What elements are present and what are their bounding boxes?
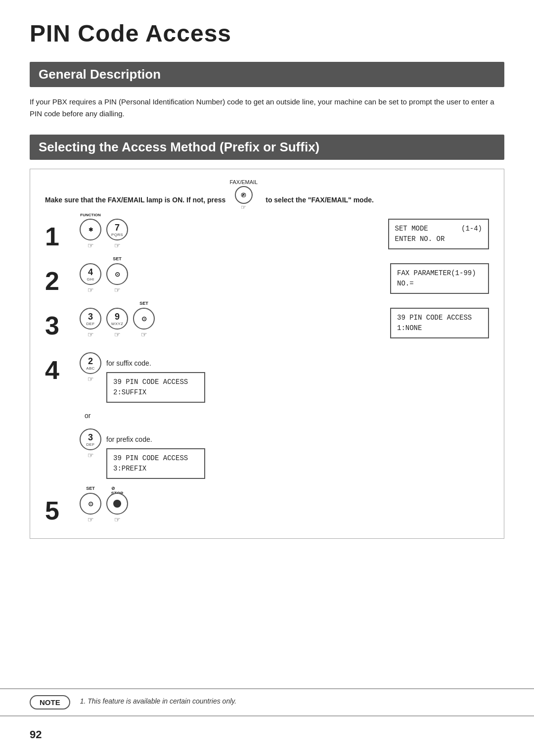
key-2-circle: 2 ABC — [80, 352, 101, 374]
key-4-circle: 4 GHI — [80, 263, 101, 285]
stop-key-circle — [106, 493, 128, 515]
key-9-circle: 9 WXYZ — [106, 308, 128, 330]
step-4-option-a: 2 ABC ☞ for suffix code. 39 PIN CODE ACC… — [80, 352, 205, 403]
key-3-hand: ☞ — [88, 331, 94, 338]
fax-email-button-icon: ✆ ✉ — [235, 186, 253, 204]
function-key-circle: FUNCTION ✱ — [80, 219, 101, 240]
key-3-b-sublabel: DEF — [87, 443, 95, 447]
steps-container: Make sure that the FAX/EMAIL lamp is ON.… — [30, 169, 504, 539]
step-4-option-a-text: for suffix code. — [106, 359, 205, 367]
key-4: 4 GHI ☞ — [80, 263, 101, 294]
step-3-lcd-line1: 39 PIN CODE ACCESS — [397, 313, 482, 323]
key-3-b-circle: 3 DEF — [80, 428, 101, 450]
fax-button-with-label: FAX/EMAIL ✆ ✉ ☞ — [229, 179, 258, 204]
step-3-lcd-line2: 1:NONE — [397, 323, 482, 333]
key-3-b-hand: ☞ — [88, 451, 94, 459]
step-4-content: 2 ABC ☞ for suffix code. 39 PIN CODE ACC… — [80, 352, 489, 479]
note-badge: NOTE — [30, 695, 70, 709]
step-4-lcd-a: 39 PIN CODE ACCESS 2:SUFFIX — [106, 372, 205, 403]
step-4-lcd-a-line1: 39 PIN CODE ACCESS — [113, 377, 198, 387]
key-7-hand: ☞ — [114, 241, 121, 249]
key-3-circle: 3 DEF — [80, 308, 101, 330]
step-2-number: 2 — [45, 268, 80, 294]
set-key-3: SET ⊙ ☞ — [133, 308, 155, 338]
step-1-number: 1 — [45, 224, 80, 249]
note-text: 1. This feature is available in certain … — [80, 695, 236, 705]
step-4-options: 2 ABC ☞ for suffix code. 39 PIN CODE ACC… — [80, 352, 205, 479]
step-1-lcd-line1: SET MODE (1-4) — [395, 224, 482, 234]
step-4-or: or — [85, 412, 205, 420]
key-2-sublabel: ABC — [86, 367, 94, 371]
key-3-sublabel: DEF — [87, 322, 95, 326]
step-3-lcd: 39 PIN CODE ACCESS 1:NONE — [390, 308, 489, 338]
step-2-lcd-line2: NO.= — [397, 279, 482, 289]
step-2-lcd: FAX PARAMETER(1-99) NO.= — [390, 263, 489, 294]
set-key-2-hand: ☞ — [114, 286, 121, 294]
step-2-buttons: 4 GHI ☞ SET ⊙ ☞ — [80, 263, 178, 294]
step-1-lcd: SET MODE (1-4) ENTER NO. OR — [388, 219, 489, 249]
key-3-b: 3 DEF ☞ — [80, 428, 101, 459]
step-1-display: SET MODE (1-4) ENTER NO. OR — [188, 219, 489, 249]
step-4-row: 4 2 ABC ☞ for suffix code. — [45, 352, 489, 479]
step-3-content: 3 DEF ☞ 9 WXYZ ☞ — [80, 308, 489, 338]
step-4-lcd-a-box: 39 PIN CODE ACCESS 2:SUFFIX — [106, 372, 205, 403]
step-1-lcd-line2: ENTER NO. OR — [395, 234, 482, 244]
set-key-2-circle: ⊙ — [106, 263, 128, 285]
fax-instruction-end: to select the "FAX/EMAIL" mode. — [266, 196, 374, 204]
note-bar: NOTE 1. This feature is available in cer… — [0, 688, 534, 716]
stop-key: ⊘ STOP ☞ — [106, 493, 128, 523]
step-2-lcd-line1: FAX PARAMETER(1-99) — [397, 268, 482, 279]
set-label-2: SET — [113, 256, 122, 261]
step-1-content: FUNCTION ✱ ☞ 7 PQRS ☞ — [80, 219, 489, 249]
key-4-hand: ☞ — [88, 286, 94, 294]
step-5-content: SET ⊙ ☞ ⊘ STOP ☞ — [80, 493, 489, 523]
fax-email-label: FAX/EMAIL — [229, 179, 258, 185]
set-key-5-circle: ⊙ — [80, 493, 101, 515]
general-description-header: General Description — [30, 62, 504, 87]
fax-instruction: Make sure that the FAX/EMAIL lamp is ON.… — [45, 179, 489, 204]
set-key-3-hand: ☞ — [141, 331, 147, 338]
key-4-sublabel: GHI — [87, 278, 94, 282]
key-7-sublabel: PQRS — [111, 233, 123, 237]
step-1-row: 1 FUNCTION ✱ ☞ 7 PQRS — [45, 219, 489, 249]
key-3: 3 DEF ☞ — [80, 308, 101, 338]
step-4-number: 4 — [45, 357, 80, 383]
step-5-number: 5 — [45, 498, 80, 523]
selecting-section-header: Selecting the Access Method (Prefix or S… — [30, 135, 504, 160]
function-key-hand: ☞ — [88, 241, 94, 249]
step-4-lcd-a-line2: 2:SUFFIX — [113, 387, 198, 398]
key-9-sublabel: WXYZ — [111, 322, 123, 326]
set-key-3-circle: ⊙ — [133, 308, 155, 330]
set-label-3: SET — [139, 301, 148, 306]
key-7: 7 PQRS ☞ — [106, 219, 128, 249]
step-3-display: 39 PIN CODE ACCESS 1:NONE — [188, 308, 489, 338]
step-3-row: 3 3 DEF ☞ 9 WXYZ — [45, 308, 489, 338]
key-2: 2 ABC ☞ — [80, 352, 101, 383]
key-9: 9 WXYZ ☞ — [106, 308, 128, 338]
step-5-row: 5 SET ⊙ ☞ ⊘ STOP — [45, 493, 489, 523]
key-9-hand: ☞ — [114, 331, 121, 338]
set-label-5: SET — [86, 486, 95, 491]
stop-key-hand: ☞ — [114, 516, 121, 523]
step-4-option-b-text: for prefix code. — [106, 435, 205, 443]
step-3-buttons: 3 DEF ☞ 9 WXYZ ☞ — [80, 308, 178, 338]
step-4-option-b: 3 DEF ☞ for prefix code. 39 PIN CODE ACC… — [80, 428, 205, 479]
step-4-lcd-b: 39 PIN CODE ACCESS 3:PREFIX — [106, 448, 205, 479]
set-key-5: SET ⊙ ☞ — [80, 493, 101, 523]
step-2-row: 2 4 GHI ☞ SET ⊙ — [45, 263, 489, 294]
step-2-content: 4 GHI ☞ SET ⊙ ☞ — [80, 263, 489, 294]
key-2-hand: ☞ — [88, 375, 94, 383]
key-7-circle: 7 PQRS — [106, 219, 128, 240]
stop-inner — [113, 500, 121, 508]
fax-instruction-text: Make sure that the FAX/EMAIL lamp is ON.… — [45, 196, 225, 204]
step-4-lcd-b-line1: 39 PIN CODE ACCESS — [113, 453, 198, 464]
function-key: FUNCTION ✱ ☞ — [80, 219, 101, 249]
step-3-number: 3 — [45, 313, 80, 338]
step-5-buttons: SET ⊙ ☞ ⊘ STOP ☞ — [80, 493, 178, 523]
set-key-2: SET ⊙ ☞ — [106, 263, 128, 294]
step-1-buttons: FUNCTION ✱ ☞ 7 PQRS ☞ — [80, 219, 178, 249]
step-4-lcd-b-box: 39 PIN CODE ACCESS 3:PREFIX — [106, 448, 205, 479]
fax-hand-icon: ☞ — [241, 204, 246, 211]
page-number: 92 — [30, 728, 42, 741]
general-description-body: If your PBX requires a PIN (Personal Ide… — [30, 96, 504, 120]
